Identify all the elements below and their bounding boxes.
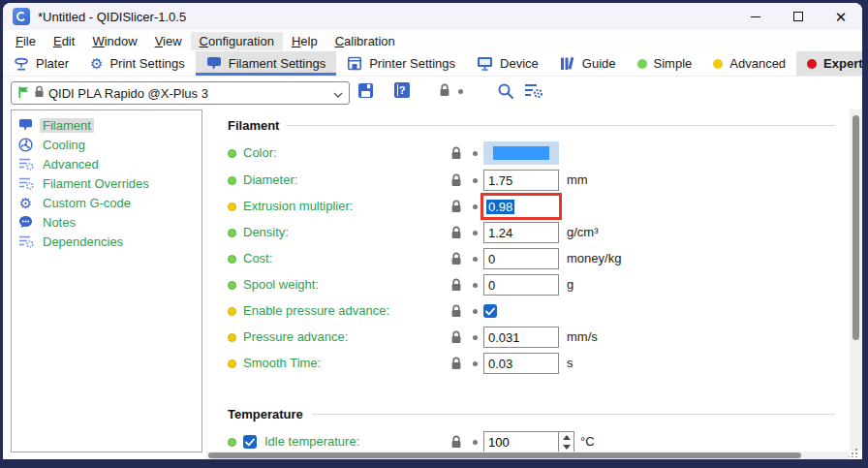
param-row-enable-pressure-advance: Enable pressure advance:	[218, 299, 835, 323]
window-controls: ✕	[734, 3, 862, 30]
spin-up-button[interactable]	[559, 432, 574, 442]
pressure-advance-input[interactable]	[483, 327, 559, 348]
preset-lock-icon	[34, 85, 45, 101]
param-row-idle-temperature: Idle temperature: °C	[218, 430, 835, 453]
density-input[interactable]	[483, 222, 559, 243]
cost-input[interactable]	[483, 248, 559, 269]
tab-printer-settings[interactable]: Printer Settings	[336, 51, 466, 76]
fan-icon	[17, 138, 34, 152]
param-row-density: Density: g/cm³	[218, 221, 835, 244]
menu-edit[interactable]: Edit	[45, 32, 83, 50]
check-icon	[485, 307, 495, 316]
diameter-input[interactable]	[483, 170, 559, 191]
filament-icon	[206, 56, 222, 71]
sidebar-item-filament[interactable]: Filament	[12, 115, 202, 135]
tab-plater[interactable]: Plater	[3, 51, 79, 76]
unit-label: mm/s	[567, 329, 598, 344]
advanced-dot-icon	[713, 59, 723, 69]
section-header-filament: Filament	[228, 117, 835, 133]
search-button[interactable]	[497, 82, 514, 100]
mode-advanced[interactable]: Advanced	[702, 51, 796, 76]
lock-icon[interactable]	[450, 357, 462, 373]
save-preset-button[interactable]	[357, 82, 374, 99]
sidebar-item-cooling[interactable]: Cooling	[12, 135, 202, 154]
color-swatch-button[interactable]	[483, 141, 559, 165]
unit-label: g	[567, 277, 574, 292]
spin-down-button[interactable]	[559, 442, 574, 452]
vertical-scrollbar-thumb[interactable]	[852, 115, 859, 340]
compare-settings-button[interactable]	[524, 82, 543, 99]
sidebar-item-custom-gcode[interactable]: ⚙ Custom G-code	[12, 193, 202, 212]
preset-name: QIDI PLA Rapido @X-Plus 3	[48, 86, 329, 101]
tab-device[interactable]: Device	[466, 51, 549, 76]
section-header-temperature: Temperature	[228, 406, 835, 421]
mode-simple[interactable]: Simple	[627, 51, 703, 76]
tab-filament-settings[interactable]: Filament Settings	[196, 51, 336, 76]
idle-temperature-input[interactable]	[484, 432, 558, 452]
help-button[interactable]: ?	[394, 82, 410, 98]
bullet-icon	[228, 176, 236, 185]
extrusion-multiplier-input[interactable]: 0.98	[483, 196, 559, 217]
dot-icon	[473, 361, 478, 366]
sidebar-item-dependencies[interactable]: Dependencies	[12, 232, 202, 251]
tab-print-settings[interactable]: ⚙ Print Settings	[79, 51, 196, 76]
sidebar-item-notes[interactable]: Notes	[12, 212, 202, 232]
expert-dot-icon	[807, 59, 817, 69]
preset-combobox[interactable]: QIDI PLA Rapido @X-Plus 3	[11, 81, 350, 105]
menu-window[interactable]: Window	[83, 32, 145, 50]
lock-icon[interactable]	[450, 278, 462, 295]
bullet-icon	[228, 229, 236, 237]
resize-grip[interactable]	[849, 448, 858, 457]
maximize-icon	[793, 12, 803, 21]
vertical-scrollbar[interactable]	[850, 109, 862, 451]
menu-view[interactable]: View	[146, 32, 191, 50]
param-row-smooth-time: Smooth Time: s	[218, 352, 835, 375]
printer-icon	[347, 56, 362, 71]
menu-bar: File Edit Window View Configuration Help…	[3, 30, 862, 51]
settings-sidebar: Filament Cooling Advanced Filament Overr…	[11, 109, 202, 452]
tab-bar: Plater ⚙ Print Settings Filament Setting…	[3, 51, 862, 77]
lock-icon[interactable]	[450, 252, 462, 268]
maximize-button[interactable]	[777, 3, 820, 30]
spinner-control	[558, 432, 574, 452]
menu-file[interactable]: File	[7, 32, 45, 50]
spool-weight-input[interactable]	[483, 274, 559, 296]
param-row-cost: Cost: money/kg	[218, 247, 835, 270]
bullet-icon	[228, 438, 236, 447]
selected-text: 0.98	[486, 200, 514, 214]
horizontal-scrollbar-thumb[interactable]	[208, 452, 801, 458]
dot-icon	[473, 309, 478, 314]
lock-icon[interactable]	[450, 146, 462, 163]
minimize-button[interactable]	[734, 3, 777, 30]
lock-icon[interactable]	[450, 330, 462, 347]
idle-temperature-checkbox[interactable]	[243, 435, 257, 449]
lock-toggle-button[interactable]	[439, 83, 450, 97]
menu-calibration[interactable]: Calibration	[326, 32, 404, 50]
unit-label: mm	[567, 172, 588, 187]
enable-pressure-advance-checkbox[interactable]	[483, 304, 497, 318]
sidebar-item-filament-overrides[interactable]: Filament Overrides	[12, 173, 202, 193]
param-row-extrusion-multiplier: Extrusion multiplier: 0.98	[218, 195, 835, 218]
window-title: *Untitled - QIDISlicer-1.0.5	[38, 10, 186, 24]
lock-icon[interactable]	[450, 226, 462, 242]
lock-icon[interactable]	[450, 173, 462, 190]
smooth-time-input[interactable]	[483, 353, 559, 374]
tab-guide[interactable]: Guide	[549, 51, 627, 76]
mode-expert[interactable]: Expert	[796, 51, 862, 76]
bullet-icon	[228, 255, 236, 264]
menu-help[interactable]: Help	[283, 32, 326, 50]
sliders-gear-icon	[17, 234, 34, 248]
lock-icon[interactable]	[450, 435, 462, 452]
arrow-up-icon	[563, 435, 571, 440]
dot-icon	[473, 151, 478, 156]
lock-icon[interactable]	[450, 200, 462, 216]
lock-icon[interactable]	[450, 304, 462, 321]
close-button[interactable]: ✕	[820, 3, 862, 30]
horizontal-scrollbar[interactable]	[206, 452, 849, 459]
bullet-icon	[228, 333, 236, 342]
guide-icon	[560, 56, 575, 71]
filament-color-swatch	[493, 146, 549, 160]
sidebar-item-advanced[interactable]: Advanced	[12, 154, 202, 173]
menu-configuration[interactable]: Configuration	[191, 32, 283, 50]
question-icon: ?	[394, 82, 410, 98]
